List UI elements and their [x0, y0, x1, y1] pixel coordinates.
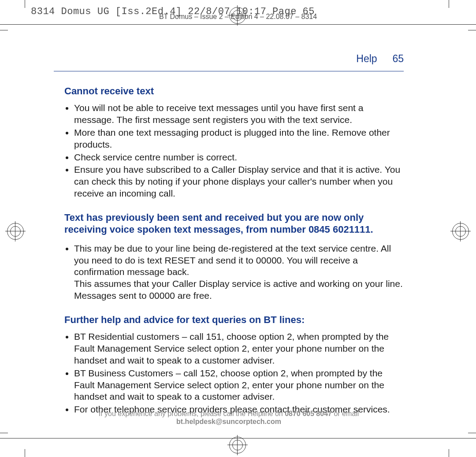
list-cannot-receive: You will not be able to receive text mes…	[64, 102, 404, 200]
list-item: Check service centre number is correct.	[74, 152, 404, 163]
print-slug-small: BT Domus – Issue 2 – Edition 4 – 22.08.0…	[0, 13, 476, 21]
crop-tick	[0, 433, 8, 433]
list-further-help: BT Residential customers – call 151, cho…	[64, 331, 404, 416]
crop-tick	[449, 0, 449, 8]
list-item: BT Residential customers – call 151, cho…	[74, 331, 404, 367]
heading-further-help: Further help and advice for text queries…	[64, 314, 404, 326]
list-item: BT Business Customers – call 152, choose…	[74, 368, 404, 403]
crop-tick	[468, 30, 476, 30]
registration-mark-icon	[227, 435, 248, 455]
registration-mark-icon	[5, 221, 26, 242]
footer-text: or email	[332, 410, 359, 417]
crop-tick	[449, 449, 449, 457]
heading-voice-spoken: Text has previously been sent and receiv…	[64, 212, 404, 236]
running-head: Help 65	[54, 53, 404, 71]
crop-tick	[25, 449, 25, 457]
footer-text: If you experience any problems, please c…	[99, 410, 285, 417]
list-voice-spoken: This may be due to your line being de-re…	[64, 243, 404, 302]
list-item: This may be due to your line being de-re…	[74, 243, 404, 279]
page-content: Help 65 Cannot receive text You will not…	[54, 53, 404, 428]
footer-helpline: If you experience any problems, please c…	[54, 410, 404, 426]
crop-tick	[468, 433, 476, 433]
list-item: More than one text messaging product is …	[74, 127, 404, 151]
footer-email: bt.helpdesk@suncorptech.com	[176, 418, 281, 425]
section-name: Help	[356, 53, 377, 64]
footer-phone: 0870 605 8047	[285, 410, 332, 417]
heading-cannot-receive: Cannot receive text	[64, 85, 404, 97]
crop-tick	[0, 30, 8, 30]
registration-mark-icon	[450, 221, 471, 242]
list-item: Ensure you have subscribed to a Caller D…	[74, 164, 404, 200]
list-item-cont: This assumes that your Caller Display se…	[74, 278, 404, 302]
page-number: 65	[380, 53, 404, 65]
crop-tick	[25, 0, 25, 8]
list-item: You will not be able to receive text mes…	[74, 102, 404, 126]
